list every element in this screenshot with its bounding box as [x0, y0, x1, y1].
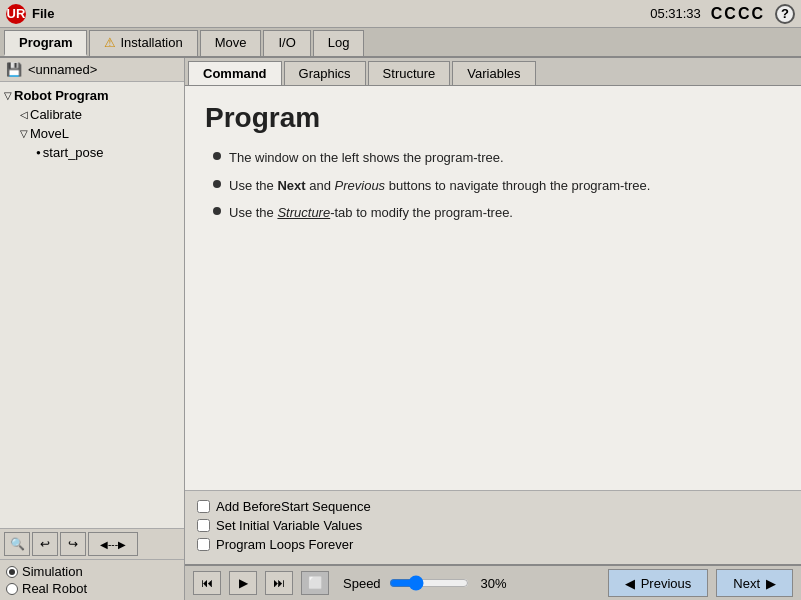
left-panel: 💾 <unnamed> ▽ Robot Program ◁ Calibrate … [0, 58, 185, 600]
tree-arrow-calibrate: ◁ [20, 109, 28, 120]
fast-forward-button[interactable]: ⏭ [265, 571, 293, 595]
robot-mode-panel: Simulation Real Robot [0, 559, 184, 600]
list-item: Use the Next and Previous buttons to nav… [213, 176, 781, 196]
system-time: 05:31:33 [650, 6, 701, 21]
tree-arrow-movel: ▽ [20, 128, 28, 139]
next-arrow-icon: ▶ [766, 576, 776, 591]
top-tab-bar: Program ⚠Installation Move I/O Log [0, 28, 801, 58]
simulation-label: Simulation [22, 564, 83, 579]
tree-label-start-pose: start_pose [43, 145, 104, 160]
sub-tab-graphics[interactable]: Graphics [284, 61, 366, 85]
save-icon[interactable]: 💾 [6, 62, 22, 77]
tree-icon-start-pose: ● [36, 148, 41, 157]
checkboxes-area: Add BeforeStart Sequence Set Initial Var… [185, 490, 801, 564]
bullet-icon-1 [213, 152, 221, 160]
sub-tab-command[interactable]: Command [188, 61, 282, 85]
tree-item-robot-program[interactable]: ▽ Robot Program [0, 86, 184, 105]
bullet-text-2: Use the Next and Previous buttons to nav… [229, 176, 650, 196]
filename-label: <unnamed> [28, 62, 97, 77]
checkbox-loop-forever[interactable] [197, 538, 210, 551]
stop-button[interactable]: ⬜ [301, 571, 329, 595]
simulation-radio[interactable] [6, 566, 18, 578]
tree-label-calibrate: Calibrate [30, 107, 82, 122]
structure-underline: Structure [277, 205, 330, 220]
help-button[interactable]: ? [775, 4, 795, 24]
tab-move[interactable]: Move [200, 30, 262, 56]
sub-tab-structure[interactable]: Structure [368, 61, 451, 85]
checkbox-label-before-start: Add BeforeStart Sequence [216, 499, 371, 514]
checkbox-initial-values[interactable] [197, 519, 210, 532]
tree-item-start-pose[interactable]: ● start_pose [32, 143, 184, 162]
sub-tab-bar: Command Graphics Structure Variables [185, 58, 801, 86]
bullet-text-1: The window on the left shows the program… [229, 148, 504, 168]
tree-label-robot-program: Robot Program [14, 88, 109, 103]
play-button[interactable]: ▶ [229, 571, 257, 595]
tab-installation[interactable]: ⚠Installation [89, 30, 197, 56]
list-item: Use the Structure-tab to modify the prog… [213, 203, 781, 223]
right-panel: Command Graphics Structure Variables Pro… [185, 58, 801, 600]
speed-label: Speed [343, 576, 381, 591]
checkbox-row-before-start: Add BeforeStart Sequence [197, 499, 789, 514]
list-item: The window on the left shows the program… [213, 148, 781, 168]
checkbox-before-start[interactable] [197, 500, 210, 513]
tab-log[interactable]: Log [313, 30, 365, 56]
real-robot-row[interactable]: Real Robot [6, 581, 178, 596]
checkbox-label-loop-forever: Program Loops Forever [216, 537, 353, 552]
next-bold: Next [277, 178, 305, 193]
prev-arrow-icon: ◀ [625, 576, 635, 591]
app-logo: UR [6, 4, 26, 24]
next-label: Next [733, 576, 760, 591]
bullet-list: The window on the left shows the program… [205, 148, 781, 223]
search-button[interactable]: 🔍 [4, 532, 30, 556]
tab-program[interactable]: Program [4, 30, 87, 56]
warning-icon: ⚠ [104, 35, 116, 50]
checkbox-row-loop-forever: Program Loops Forever [197, 537, 789, 552]
redo-button[interactable]: ↪ [60, 532, 86, 556]
bullet-text-3: Use the Structure-tab to modify the prog… [229, 203, 513, 223]
tab-io[interactable]: I/O [263, 30, 310, 56]
bullet-icon-2 [213, 180, 221, 188]
tree-label-movel: MoveL [30, 126, 69, 141]
real-robot-radio[interactable] [6, 583, 18, 595]
bullet-icon-3 [213, 207, 221, 215]
tree-item-calibrate[interactable]: ◁ Calibrate [16, 105, 184, 124]
file-menu[interactable]: File [32, 6, 650, 21]
real-robot-label: Real Robot [22, 581, 87, 596]
titlebar: UR File 05:31:33 CCCC ? [0, 0, 801, 28]
checkbox-label-initial-values: Set Initial Variable Values [216, 518, 362, 533]
previous-button[interactable]: ◀ Previous [608, 569, 709, 597]
sub-tab-variables[interactable]: Variables [452, 61, 535, 85]
nav-back-button[interactable]: ◀---▶ [88, 532, 138, 556]
main-layout: 💾 <unnamed> ▽ Robot Program ◁ Calibrate … [0, 58, 801, 600]
speed-percentage: 30% [481, 576, 507, 591]
tree-arrow-robot-program: ▽ [4, 90, 12, 101]
tree-item-movel[interactable]: ▽ MoveL [16, 124, 184, 143]
content-area: Program The window on the left shows the… [185, 86, 801, 490]
left-toolbar: 🔍 ↩ ↪ ◀---▶ [0, 528, 184, 559]
previous-italic: Previous [335, 178, 386, 193]
simulation-row[interactable]: Simulation [6, 564, 178, 579]
status-cccc: CCCC [711, 5, 765, 23]
undo-button[interactable]: ↩ [32, 532, 58, 556]
prev-label: Previous [641, 576, 692, 591]
next-button[interactable]: Next ▶ [716, 569, 793, 597]
bottom-bar: ⏮ ▶ ⏭ ⬜ Speed 30% ◀ Previous Next ▶ [185, 564, 801, 600]
left-panel-header: 💾 <unnamed> [0, 58, 184, 82]
speed-slider[interactable] [389, 575, 469, 591]
program-tree: ▽ Robot Program ◁ Calibrate ▽ MoveL ● st… [0, 82, 184, 528]
content-title: Program [205, 102, 781, 134]
rewind-button[interactable]: ⏮ [193, 571, 221, 595]
checkbox-row-initial-values: Set Initial Variable Values [197, 518, 789, 533]
